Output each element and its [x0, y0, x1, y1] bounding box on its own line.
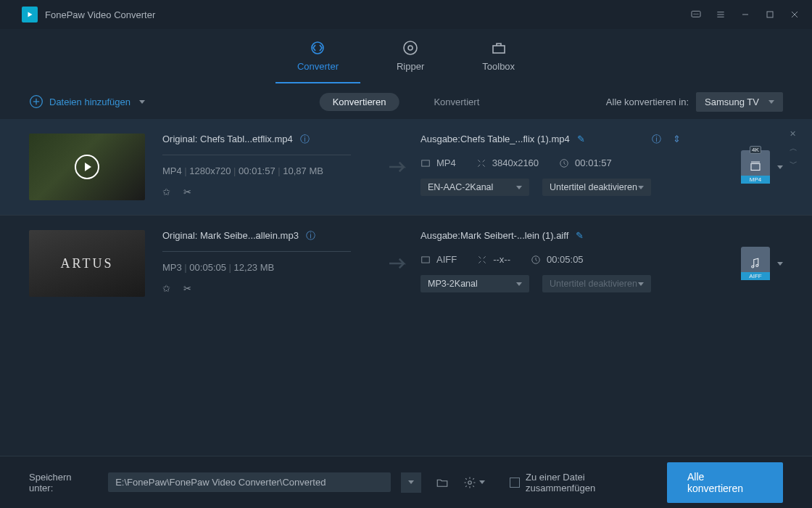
tab-label: Toolbox — [482, 61, 515, 72]
star-icon[interactable]: ✩ — [162, 283, 170, 294]
dst-format: AIFF — [436, 254, 457, 265]
toolbox-icon — [490, 39, 508, 57]
star-icon[interactable]: ✩ — [162, 187, 170, 197]
svg-rect-22 — [422, 256, 430, 262]
compress-icon[interactable]: ⇕ — [671, 134, 682, 144]
original-filename: Original: Mark Seibe...allein.mp3 — [162, 230, 299, 241]
audio-track-select[interactable]: EN-AAC-2Kanal — [420, 179, 529, 196]
info-icon[interactable]: ⓘ — [306, 231, 316, 241]
pill-convert[interactable]: Konvertieren — [320, 93, 399, 111]
svg-point-26 — [468, 480, 472, 484]
format-label: MP4 — [741, 176, 770, 184]
path-dropdown[interactable] — [401, 472, 421, 493]
cut-icon[interactable]: ✂ — [183, 283, 191, 294]
convert-all-to-label: Alle konvertieren in: — [606, 97, 689, 107]
source-meta: MP300:05:0512,23 MB — [162, 262, 380, 273]
file-row[interactable]: Original: Chefs Tabl...etflix.mp4 ⓘ MP41… — [0, 119, 812, 215]
add-files-button[interactable]: Dateien hinzufügen — [29, 94, 145, 109]
footer: Speichern unter: E:\FonePaw\FonePaw Vide… — [0, 456, 812, 508]
toolbar: Dateien hinzufügen Konvertieren Konverti… — [0, 84, 812, 119]
dst-duration: 00:05:05 — [547, 254, 584, 265]
chevron-down-icon — [638, 282, 644, 286]
dst-resolution: 3840x2160 — [492, 157, 539, 168]
tab-label: Ripper — [397, 61, 424, 72]
main-tabs: Converter Ripper Toolbox — [0, 29, 812, 84]
chevron-down-icon — [516, 282, 522, 286]
pill-converted[interactable]: Konvertiert — [420, 93, 492, 111]
arrow-icon — [386, 256, 415, 271]
dst-format: MP4 — [436, 157, 456, 168]
maximize-icon[interactable] — [760, 4, 780, 25]
chevron-down-icon — [516, 186, 522, 189]
converter-icon — [309, 39, 326, 57]
original-filename: Original: Chefs Tabl...etflix.mp4 — [162, 134, 293, 144]
checkbox-icon — [510, 478, 520, 488]
source-meta: MP41280x72000:01:5710,87 MB — [162, 165, 380, 176]
cut-icon[interactable]: ✂ — [183, 187, 191, 197]
open-folder-button[interactable] — [431, 472, 453, 493]
merge-label: Zu einer Datei zusammenfügen — [526, 472, 657, 493]
add-files-label: Dateien hinzufügen — [49, 97, 130, 107]
svg-point-13 — [408, 46, 413, 50]
save-under-label: Speichern unter: — [29, 472, 98, 493]
subtitle-select[interactable]: Untertitel deaktivieren — [542, 275, 651, 292]
chevron-down-icon — [777, 165, 783, 169]
file-row[interactable]: ARTUS Original: Mark Seibe...allein.mp3 … — [0, 215, 812, 311]
close-icon[interactable] — [784, 4, 805, 25]
svg-point-3 — [697, 14, 698, 15]
settings-button[interactable] — [463, 472, 485, 493]
output-filename: Ausgabe:Chefs Table_...flix (1).mp4 — [420, 134, 570, 144]
output-format-badge[interactable]: 4K MP4 — [741, 150, 783, 184]
convert-all-button[interactable]: Alle konvertieren — [667, 462, 783, 503]
output-format-badge[interactable]: AIFF — [741, 247, 783, 280]
chevron-down-icon — [768, 100, 774, 104]
audio-track-select[interactable]: MP3-2Kanal — [420, 275, 529, 292]
svg-rect-14 — [493, 46, 505, 53]
format-select[interactable]: Samsung TV — [696, 92, 783, 112]
subtitle-select[interactable]: Untertitel deaktivieren — [542, 179, 651, 196]
titlebar: FonePaw Video Converter — [0, 0, 812, 29]
svg-rect-20 — [751, 164, 760, 171]
tab-converter[interactable]: Converter — [297, 39, 339, 75]
chat-icon[interactable] — [686, 4, 706, 25]
minimize-icon[interactable] — [735, 4, 755, 25]
save-path-input[interactable]: E:\FonePaw\FonePaw Video Converter\Conve… — [108, 472, 391, 492]
info-icon[interactable]: ⓘ — [300, 134, 310, 144]
svg-rect-18 — [422, 160, 430, 165]
thumbnail[interactable] — [29, 134, 145, 200]
chevron-down-icon — [638, 186, 644, 189]
ripper-icon — [402, 39, 419, 57]
play-icon[interactable] — [75, 155, 99, 179]
output-filename: Ausgabe:Mark Seibert-...lein (1).aiff — [420, 230, 568, 241]
edit-icon[interactable]: ✎ — [577, 134, 585, 144]
svg-point-12 — [404, 41, 417, 54]
svg-rect-8 — [767, 12, 773, 17]
dst-resolution: --x-- — [493, 254, 510, 265]
info-icon[interactable]: ⓘ — [651, 134, 661, 144]
svg-point-2 — [696, 14, 697, 15]
move-up-icon[interactable]: ︿ — [790, 143, 798, 154]
format-selected: Samsung TV — [705, 97, 759, 107]
chevron-down-icon — [139, 100, 145, 104]
app-logo — [22, 7, 38, 22]
tab-label: Converter — [297, 61, 339, 72]
tab-ripper[interactable]: Ripper — [397, 39, 424, 75]
svg-point-24 — [752, 266, 754, 268]
svg-point-1 — [694, 14, 695, 15]
remove-icon[interactable]: ✕ — [790, 129, 798, 139]
tab-toolbox[interactable]: Toolbox — [482, 39, 515, 75]
thumbnail[interactable]: ARTUS — [29, 230, 145, 297]
file-list: Original: Chefs Tabl...etflix.mp4 ⓘ MP41… — [0, 119, 812, 311]
app-title: FonePaw Video Converter — [45, 9, 155, 20]
move-down-icon[interactable]: ﹀ — [790, 158, 798, 169]
quality-badge: 4K — [750, 146, 761, 154]
format-label: AIFF — [741, 272, 770, 280]
chevron-down-icon — [777, 262, 783, 266]
dst-duration: 00:01:57 — [575, 157, 612, 168]
menu-icon[interactable] — [710, 4, 731, 25]
edit-icon[interactable]: ✎ — [576, 230, 584, 241]
arrow-icon — [386, 160, 415, 174]
svg-point-25 — [756, 265, 758, 267]
merge-checkbox[interactable]: Zu einer Datei zusammenfügen — [510, 472, 657, 493]
